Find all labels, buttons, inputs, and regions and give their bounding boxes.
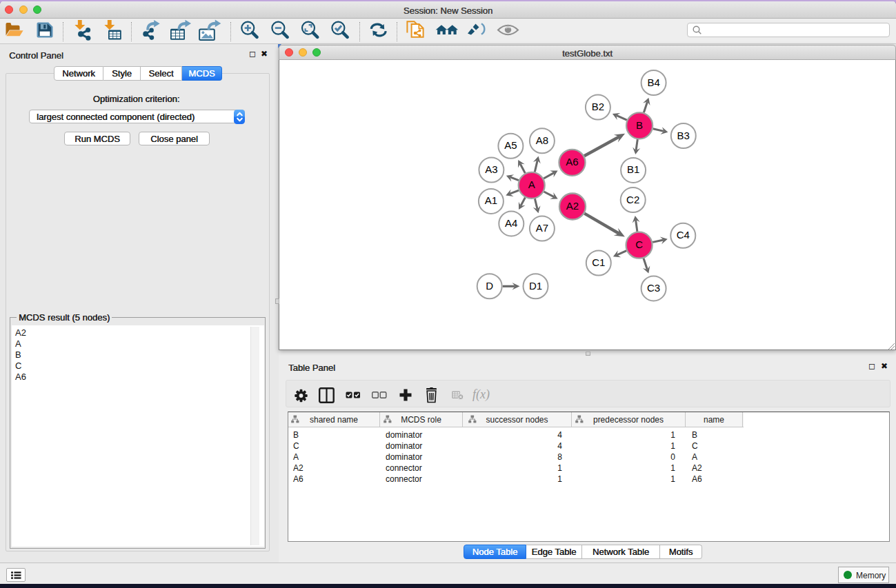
svg-text:C3: C3 (647, 282, 660, 294)
svg-text:A4: A4 (505, 217, 517, 229)
svg-text:C4: C4 (677, 229, 690, 241)
svg-text:B4: B4 (647, 77, 659, 88)
svg-text:A2: A2 (566, 200, 579, 212)
svg-text:C2: C2 (626, 194, 639, 205)
svg-text:C: C (635, 239, 643, 250)
svg-text:A6: A6 (566, 156, 578, 168)
svg-text:D: D (486, 280, 493, 292)
svg-text:B1: B1 (627, 163, 639, 175)
svg-text:A7: A7 (536, 222, 548, 234)
svg-text:B: B (636, 119, 643, 131)
svg-text:A8: A8 (536, 134, 548, 146)
svg-text:A3: A3 (485, 163, 497, 175)
svg-text:A: A (528, 179, 535, 190)
svg-text:A1: A1 (485, 194, 497, 206)
svg-text:A5: A5 (504, 139, 517, 151)
svg-text:D1: D1 (529, 280, 542, 292)
svg-text:B2: B2 (592, 101, 604, 112)
svg-text:C1: C1 (592, 256, 605, 268)
svg-text:B3: B3 (677, 130, 690, 141)
